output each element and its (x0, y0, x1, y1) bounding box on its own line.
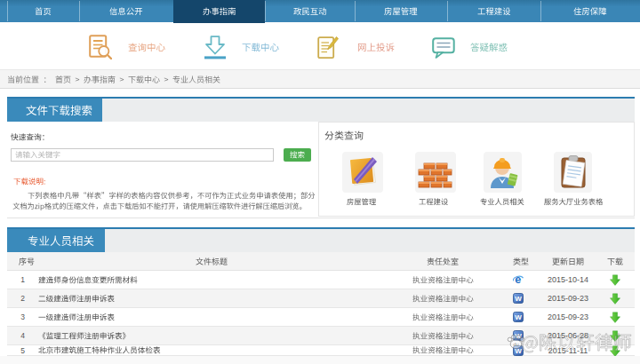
svg-text:W: W (515, 295, 522, 303)
svg-text:du: du (513, 342, 519, 347)
svg-text:W: W (515, 313, 522, 321)
